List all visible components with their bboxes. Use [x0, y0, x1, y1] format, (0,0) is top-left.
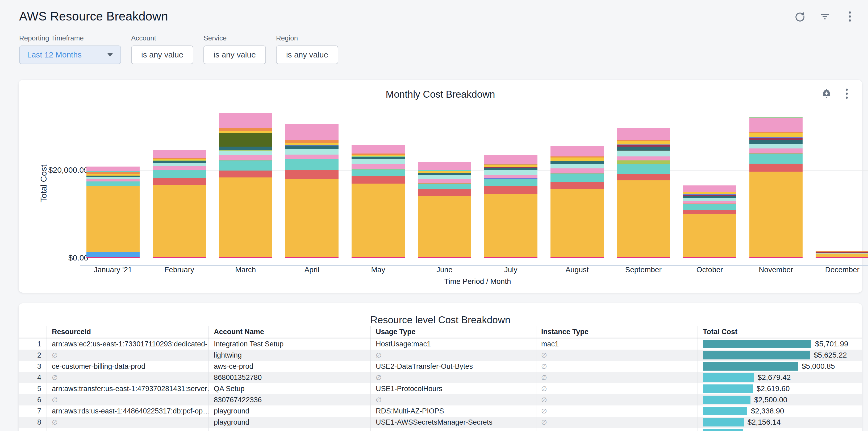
bar-segment-teal[interactable]: [484, 179, 537, 186]
bar-segment-teal[interactable]: [153, 170, 206, 178]
bar-segment-pink[interactable]: [418, 162, 471, 170]
bar-segment-pink[interactable]: [617, 156, 670, 160]
bar-segment-amber[interactable]: [749, 172, 803, 257]
bar-segment-orange[interactable]: [86, 172, 140, 174]
bar-segment-yellow[interactable]: [749, 133, 803, 137]
bar-segment-teal[interactable]: [749, 154, 803, 164]
bar-segment-maroon[interactable]: [749, 138, 803, 140]
bar-segment-teal[interactable]: [219, 160, 272, 171]
bar-segment-paleCyan[interactable]: [484, 170, 537, 175]
bar-column[interactable]: [213, 104, 279, 258]
bar-segment-orange[interactable]: [285, 140, 339, 143]
bar-segment-darkTeal[interactable]: [484, 167, 537, 170]
bar-segment-lime[interactable]: [617, 160, 670, 164]
bar-segment-amber[interactable]: [617, 180, 670, 257]
bar-segment-olive[interactable]: [219, 133, 272, 147]
bar-segment-red[interactable]: [219, 171, 272, 178]
bar-segment-pink[interactable]: [484, 155, 537, 164]
bar-segment-pink[interactable]: [749, 149, 803, 153]
table-row[interactable]: 1arn:aws:ec2:us-east-1:733017110293:dedi…: [19, 338, 862, 349]
dashboard-filters-button[interactable]: [818, 10, 831, 23]
bar-segment-pink[interactable]: [351, 164, 405, 169]
bar-column[interactable]: [610, 104, 677, 258]
bar-segment-amber[interactable]: [285, 179, 339, 257]
bar-segment-darkTeal[interactable]: [285, 146, 339, 149]
column-header[interactable]: Account Name: [209, 326, 370, 338]
bar-segment-amber[interactable]: [418, 196, 471, 257]
chart-menu-button[interactable]: [840, 87, 853, 100]
bar-segment-amber[interactable]: [351, 184, 405, 257]
bar-segment-orange[interactable]: [219, 128, 272, 131]
table-row[interactable]: 2∅lightwing∅∅$5,625.22: [19, 349, 862, 361]
bar-segment-pink[interactable]: [683, 185, 736, 192]
table-row[interactable]: 6∅830767422336∅∅$2,500.00: [19, 394, 862, 405]
bar-column[interactable]: [411, 104, 477, 258]
bar-segment-teal[interactable]: [86, 181, 140, 186]
bar-column[interactable]: [146, 104, 212, 258]
bar-segment-paleCyan[interactable]: [351, 159, 405, 164]
bar-segment-paleCyan[interactable]: [749, 144, 803, 149]
bar-column[interactable]: [279, 104, 345, 258]
bar-segment-pink[interactable]: [86, 166, 140, 171]
region-filter-button[interactable]: is any value: [276, 45, 338, 64]
bar-segment-pink[interactable]: [86, 179, 140, 181]
bar-segment-red[interactable]: [285, 170, 339, 179]
bar-segment-amber[interactable]: [219, 178, 272, 257]
bar-segment-paleCyan[interactable]: [418, 175, 471, 179]
bar-segment-teal[interactable]: [285, 159, 339, 170]
timeframe-select[interactable]: Last 12 Months: [19, 45, 121, 64]
bar-segment-darkTeal[interactable]: [617, 147, 670, 151]
bar-segment-pink[interactable]: [484, 175, 537, 178]
bar-segment-darkTeal[interactable]: [551, 161, 604, 164]
account-filter-button[interactable]: is any value: [131, 45, 193, 64]
bar-segment-teal[interactable]: [683, 204, 736, 210]
bar-segment-yellow[interactable]: [551, 157, 604, 161]
bar-segment-pink[interactable]: [683, 201, 736, 204]
table-row[interactable]: 3ce-customer-billing-data-prodaws-ce-pro…: [19, 361, 862, 372]
alert-bell-button[interactable]: [820, 87, 833, 100]
bar-segment-amber[interactable]: [153, 185, 206, 257]
refresh-button[interactable]: [794, 10, 806, 23]
bar-segment-darkTeal[interactable]: [683, 196, 736, 198]
bar-segment-darkTeal[interactable]: [418, 173, 471, 175]
bar-segment-red[interactable]: [484, 186, 537, 194]
bar-segment-yellow[interactable]: [418, 171, 471, 173]
table-row[interactable]: 5arn:aws:transfer:us-east-1:479370281431…: [19, 383, 862, 394]
bar-segment-yellow[interactable]: [285, 143, 339, 145]
bar-segment-amber[interactable]: [683, 214, 736, 257]
bar-segment-pink[interactable]: [749, 118, 803, 132]
bar-segment-darkTeal[interactable]: [219, 147, 272, 150]
bar-segment-paleCyan[interactable]: [617, 151, 670, 156]
column-header[interactable]: Instance Type: [536, 326, 698, 338]
bar-segment-teal[interactable]: [351, 170, 405, 176]
bar-segment-paleCyan[interactable]: [285, 149, 339, 155]
bar-segment-pink[interactable]: [285, 155, 339, 159]
bar-column[interactable]: [477, 104, 544, 258]
table-row[interactable]: 8∅playgroundUSE1-AWSSecretsManager-Secre…: [19, 417, 862, 428]
table-row[interactable]: 4∅868001352780∅∅$2,679.42: [19, 372, 862, 383]
column-header[interactable]: Usage Type: [370, 326, 536, 338]
column-header[interactable]: Total Cost: [698, 326, 862, 338]
service-filter-button[interactable]: is any value: [204, 45, 266, 64]
bar-segment-paleCyan[interactable]: [153, 163, 206, 166]
bar-column[interactable]: [80, 104, 146, 258]
bar-segment-pink[interactable]: [153, 150, 206, 158]
bar-segment-teal[interactable]: [551, 174, 604, 182]
bar-column[interactable]: [743, 104, 809, 258]
bar-segment-red[interactable]: [749, 164, 803, 172]
bar-segment-pink[interactable]: [219, 155, 272, 160]
bar-segment-pink[interactable]: [351, 145, 405, 154]
bar-segment-paleCyan[interactable]: [683, 198, 736, 201]
bar-segment-red[interactable]: [351, 176, 405, 184]
bar-segment-darkTeal[interactable]: [749, 140, 803, 144]
bar-segment-yellow[interactable]: [617, 141, 670, 145]
bar-segment-pink[interactable]: [285, 124, 339, 140]
bar-segment-red[interactable]: [418, 189, 471, 196]
bar-segment-red[interactable]: [617, 174, 670, 180]
bar-segment-yellow[interactable]: [484, 165, 537, 167]
bar-column[interactable]: [544, 104, 610, 258]
bar-segment-pink[interactable]: [551, 168, 604, 173]
bar-segment-amber[interactable]: [484, 194, 537, 257]
bar-column[interactable]: [345, 104, 411, 258]
bar-segment-teal[interactable]: [418, 184, 471, 189]
